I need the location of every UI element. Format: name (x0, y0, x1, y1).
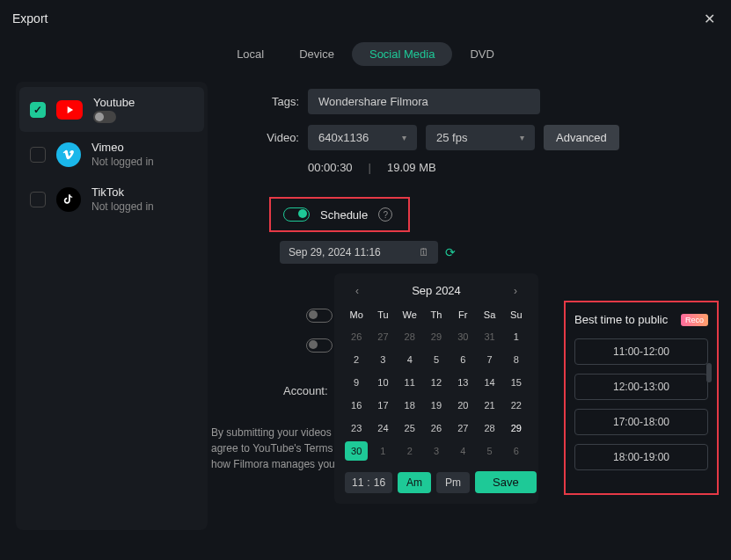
chevron-down-icon: ▾ (402, 133, 406, 142)
calendar-day[interactable]: 16 (345, 396, 368, 415)
calendar-day[interactable]: 28 (478, 418, 501, 438)
vimeo-label: Vimeo (91, 141, 154, 154)
tab-dvd[interactable]: DVD (452, 42, 511, 66)
duration-value: 00:00:30 (308, 161, 353, 174)
youtube-checkbox[interactable] (30, 102, 46, 118)
dow-label: Tu (371, 306, 394, 324)
calendar-day[interactable]: 27 (451, 418, 474, 438)
resolution-select[interactable]: 640x1136 ▾ (308, 125, 417, 150)
dow-label: Th (425, 306, 448, 324)
calendar-day[interactable]: 5 (478, 441, 501, 461)
calendar-day[interactable]: 29 (505, 418, 528, 438)
calendar-day[interactable]: 4 (451, 441, 474, 461)
help-icon[interactable]: ? (378, 207, 392, 222)
calendar-day[interactable]: 1 (505, 327, 528, 346)
video-label: Video: (243, 131, 299, 144)
pm-button[interactable]: Pm (436, 472, 470, 493)
tags-label: Tags: (243, 95, 299, 108)
calendar-day[interactable]: 3 (371, 350, 394, 369)
month-label: Sep 2024 (412, 284, 461, 297)
vimeo-checkbox[interactable] (30, 147, 46, 163)
hour-value: 11 (352, 476, 363, 489)
extra-toggle-1[interactable] (306, 309, 333, 323)
tab-social-media[interactable]: Social Media (352, 42, 452, 66)
chevron-down-icon: ▾ (520, 133, 524, 142)
calendar-day[interactable]: 21 (478, 396, 501, 415)
platform-youtube[interactable]: Youtube (19, 87, 204, 132)
calendar-day[interactable]: 2 (345, 350, 368, 369)
calendar-day[interactable]: 5 (425, 350, 448, 369)
next-month-button[interactable]: › (508, 285, 523, 297)
refresh-icon[interactable]: ⟳ (445, 245, 456, 259)
calendar-day[interactable]: 29 (425, 327, 448, 346)
calendar-day[interactable]: 11 (398, 373, 421, 392)
datetime-value: Sep 29, 2024 11:16 (289, 246, 381, 258)
calendar-day[interactable]: 7 (478, 350, 501, 369)
tab-device[interactable]: Device (281, 42, 352, 66)
schedule-section: Schedule ? (269, 197, 410, 232)
calendar-day[interactable]: 26 (425, 418, 448, 438)
prev-month-button[interactable]: ‹ (350, 285, 364, 297)
calendar-day[interactable]: 6 (451, 350, 474, 369)
calendar-day[interactable]: 30 (451, 327, 474, 346)
dow-label: We (398, 306, 421, 324)
calendar-day[interactable]: 4 (398, 350, 421, 369)
time-slot[interactable]: 11:00-12:00 (574, 338, 708, 365)
account-label: Account: (283, 384, 328, 397)
tags-input[interactable] (308, 89, 540, 114)
calendar-day[interactable]: 25 (398, 418, 421, 438)
calendar-day[interactable]: 24 (371, 418, 394, 438)
vimeo-icon (56, 142, 81, 167)
calendar-day[interactable]: 9 (345, 373, 368, 392)
calendar-icon: 🗓 (419, 246, 429, 258)
dow-label: Fr (451, 306, 474, 324)
calendar-day[interactable]: 30 (345, 441, 368, 461)
fps-select[interactable]: 25 fps ▾ (426, 125, 535, 150)
youtube-label: Youtube (93, 96, 135, 109)
calendar-day[interactable]: 1 (371, 441, 394, 461)
calendar-day[interactable]: 27 (371, 327, 394, 346)
extra-toggle-2[interactable] (306, 338, 333, 353)
calendar-day[interactable]: 17 (371, 396, 394, 415)
calendar-day[interactable]: 12 (425, 373, 448, 392)
calendar-day[interactable]: 23 (345, 418, 368, 438)
tiktok-icon (56, 187, 81, 212)
calendar-day[interactable]: 19 (425, 396, 448, 415)
tiktok-status: Not logged in (91, 200, 154, 213)
calendar-day[interactable]: 18 (398, 396, 421, 415)
calendar-day[interactable]: 8 (505, 350, 528, 369)
time-slot[interactable]: 12:00-13:00 (574, 374, 708, 400)
time-slot[interactable]: 18:00-19:00 (574, 444, 708, 470)
tab-local[interactable]: Local (219, 42, 281, 66)
tiktok-label: TikTok (91, 185, 154, 199)
time-slot[interactable]: 17:00-18:00 (574, 409, 708, 435)
schedule-toggle[interactable] (283, 207, 310, 222)
close-button[interactable]: ✕ (699, 9, 719, 28)
platform-tiktok[interactable]: TikTok Not logged in (19, 177, 204, 222)
dow-label: Su (505, 306, 528, 324)
datetime-display[interactable]: Sep 29, 2024 11:16 🗓 (280, 241, 438, 264)
platform-vimeo[interactable]: Vimeo Not logged in (19, 132, 204, 177)
am-button[interactable]: Am (398, 472, 431, 493)
youtube-subtoggle[interactable] (93, 111, 116, 123)
calendar-day[interactable]: 15 (505, 373, 528, 392)
time-input[interactable]: 11 : 16 (345, 472, 392, 493)
dow-label: Sa (478, 306, 501, 324)
date-picker: ‹ Sep 2024 › MoTuWeThFrSaSu2627282930311… (334, 273, 538, 504)
calendar-day[interactable]: 3 (425, 441, 448, 461)
calendar-day[interactable]: 6 (505, 441, 528, 461)
calendar-day[interactable]: 28 (398, 327, 421, 346)
save-button[interactable]: Save (475, 471, 537, 493)
calendar-day[interactable]: 14 (478, 373, 501, 392)
calendar-day[interactable]: 31 (478, 327, 501, 346)
calendar-day[interactable]: 22 (505, 396, 528, 415)
best-time-title: Best time to public (574, 313, 668, 326)
advanced-button[interactable]: Advanced (544, 125, 619, 150)
calendar-day[interactable]: 26 (345, 327, 368, 346)
calendar-day[interactable]: 10 (371, 373, 394, 392)
calendar-day[interactable]: 20 (451, 396, 474, 415)
calendar-day[interactable]: 2 (398, 441, 421, 461)
tiktok-checkbox[interactable] (30, 192, 46, 207)
calendar-day[interactable]: 13 (451, 373, 474, 392)
minute-value: 16 (374, 476, 385, 489)
